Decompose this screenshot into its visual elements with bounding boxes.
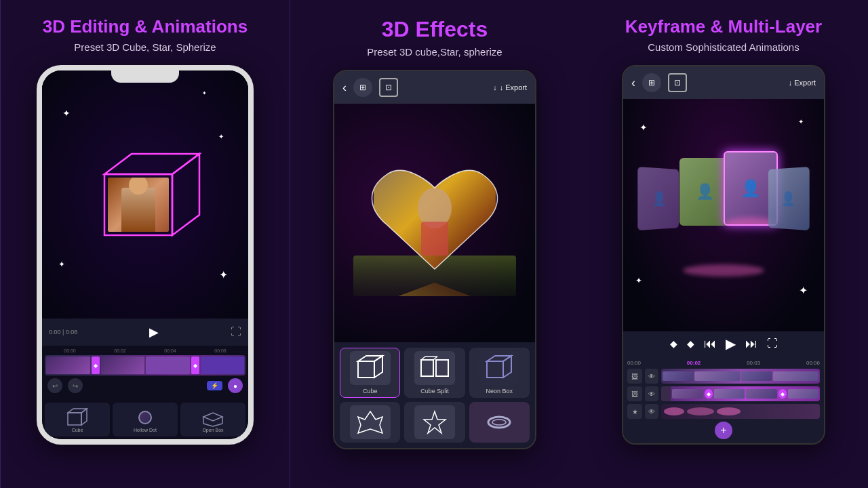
thumb-effect-6[interactable] <box>469 402 530 443</box>
sparkle-3: ✦ <box>58 260 65 269</box>
phone-mockup-left: ✦ ✦ ✦ ✦ ✦ <box>37 65 254 445</box>
timeline-markers: 00:00 00:02 00:04 00:06 <box>45 348 245 353</box>
effect-thumb-grid-2 <box>340 402 530 443</box>
svg-marker-6 <box>203 413 222 421</box>
track-bar-2[interactable]: ◆ ◆ <box>671 386 820 401</box>
cube-photo <box>108 178 169 232</box>
carousel-card-center-left: 👤 <box>679 158 730 226</box>
effect4-svg <box>355 409 385 436</box>
keyframe-diamond-2[interactable]: ◆ <box>778 389 787 399</box>
cube-label: Cube <box>72 428 83 432</box>
sparkle-2: ✦ <box>218 133 224 140</box>
heart-photo-container <box>353 147 516 299</box>
panel-1-subtitle: Preset 3D Cube, Star, Spherize <box>74 41 216 53</box>
effect-thumbnails-center: Cube Cube Split <box>334 342 535 448</box>
undo-btn[interactable]: ↩ <box>47 378 62 393</box>
thumb-effect-5[interactable] <box>404 402 465 443</box>
effect-thumb-grid-1: Cube Cube Split <box>340 348 530 398</box>
thumb-cube-split[interactable]: Cube Split <box>404 348 465 398</box>
export-button[interactable]: ↓ ↓ Export <box>493 83 527 92</box>
track-row-3: ★ 👁 <box>627 404 820 419</box>
sparkle-5: ✦ <box>202 90 207 96</box>
fullscreen-right[interactable]: ⛶ <box>767 338 778 350</box>
svg-point-30 <box>492 420 506 425</box>
back-button[interactable]: ‹ <box>342 81 347 95</box>
svg-rect-19 <box>421 360 433 376</box>
keyframe-diamond[interactable]: ◆ <box>705 389 713 399</box>
cube-icon <box>65 407 90 428</box>
effect-5-icon <box>414 405 455 439</box>
crop-button[interactable]: ⊡ <box>379 78 398 97</box>
topbar-right-left-icons: ‹ ⊞ ⊡ <box>631 73 687 92</box>
svg-line-10 <box>213 424 222 426</box>
effect5-svg <box>420 409 450 436</box>
timeline-track-1[interactable]: ◆ ◆ <box>45 355 245 375</box>
eye-icon-2[interactable]: 👁 <box>645 386 658 401</box>
neon-box-svg <box>484 354 514 382</box>
eye-icon-1[interactable]: 👁 <box>645 369 658 384</box>
effect-cube[interactable]: Cube <box>45 403 110 436</box>
sparkle-r4: ✦ <box>799 284 808 297</box>
panel-right: Keyframe & Multi-Layer Custom Sophistica… <box>579 0 868 488</box>
effect-open-box[interactable]: Open Box <box>180 403 245 436</box>
phone-screen: ✦ ✦ ✦ ✦ ✦ <box>42 70 248 439</box>
skip-back-right[interactable]: ⏮ <box>704 337 716 351</box>
add-layer-button[interactable]: + <box>715 422 732 439</box>
track-2-icon: 🖼 <box>627 386 642 401</box>
skip-forward-right[interactable]: ⏭ <box>745 337 757 351</box>
cube-split-thumb-icon <box>414 351 455 385</box>
panel-2-title: 3D Effects <box>382 16 488 42</box>
mode-badge[interactable]: ● <box>228 378 243 393</box>
eye-icon-3[interactable]: 👁 <box>645 404 658 419</box>
hollow-dot-label: Hollow Dot <box>134 428 157 432</box>
track-bar-3[interactable] <box>661 404 820 419</box>
cube-thumb-label: Cube <box>363 388 378 394</box>
effect-6-icon <box>479 405 519 439</box>
thumb-effect-4[interactable] <box>340 402 400 443</box>
effect-grid-bottom: Cube Hollow Dot <box>42 400 248 439</box>
panel-left: 3D Editing & Animations Preset 3D Cube, … <box>0 0 290 488</box>
neon-box-label: Neon Box <box>486 388 513 394</box>
play-button[interactable]: ▶ <box>144 323 163 342</box>
diamond-tool-1[interactable]: ◆ <box>670 338 677 349</box>
diamond-tool-2[interactable]: ◆ <box>687 338 694 349</box>
svg-marker-26 <box>503 356 511 378</box>
redo-btn[interactable]: ↪ <box>68 378 83 393</box>
thumb-neon-box[interactable]: Neon Box <box>469 348 530 398</box>
svg-marker-18 <box>374 356 382 378</box>
layers-button-right[interactable]: ⊞ <box>642 73 661 92</box>
app-preview-center <box>334 104 535 342</box>
app-mockup-center: ‹ ⊞ ⊡ ↓ ↓ Export <box>333 70 536 449</box>
sparkle-1: ✦ <box>62 108 71 119</box>
panel-1-title: 3D Editing & Animations <box>43 16 248 37</box>
svg-marker-2 <box>172 154 199 235</box>
timeline-right: 00:00 00:02 00:03 00:06 🖼 👁 <box>623 356 824 443</box>
time-display: 0:00 | 0:08 <box>49 329 77 336</box>
track-bar-2-container: ◆ ◆ <box>661 386 820 401</box>
cube-split-svg <box>420 354 450 382</box>
cube-split-label: Cube Split <box>420 388 449 394</box>
carousel-card-left: 👤 <box>637 167 679 230</box>
hollow-dot-icon <box>133 407 157 428</box>
crop-button-right[interactable]: ⊡ <box>668 73 687 92</box>
thumb-cube[interactable]: Cube <box>340 348 400 398</box>
cube-thumb-svg <box>355 354 385 382</box>
app-mockup-right: ‹ ⊞ ⊡ ↓ Export ✦ ✦ ✦ ✦ 👤 <box>622 65 825 445</box>
export-button-right[interactable]: ↓ Export <box>789 79 816 87</box>
play-right[interactable]: ▶ <box>726 336 736 352</box>
playback-controls: 0:00 | 0:08 ▶ ⛶ <box>42 319 248 346</box>
svg-line-9 <box>203 424 213 426</box>
effect-4-icon <box>350 405 391 439</box>
timeline-tracks-right: 🖼 👁 🖼 👁 <box>627 369 820 419</box>
timeline-left: 00:00 00:02 00:04 00:06 ◆ ◆ <box>42 346 248 400</box>
track-bar-1[interactable] <box>661 369 820 384</box>
layers-button[interactable]: ⊞ <box>353 78 372 97</box>
effect-hollow-dot[interactable]: Hollow Dot <box>113 403 178 436</box>
back-button-right[interactable]: ‹ <box>631 76 635 90</box>
phone-notch <box>111 70 179 83</box>
time-markers-right: 00:00 00:02 00:03 00:06 <box>627 360 820 366</box>
effects-badge[interactable]: ⚡ <box>207 381 222 390</box>
panel-2-subtitle: Preset 3D cube,Star, spherize <box>367 46 502 58</box>
expand-button[interactable]: ⛶ <box>231 326 241 338</box>
bottom-controls: ↩ ↪ ⚡ ● <box>45 378 245 393</box>
